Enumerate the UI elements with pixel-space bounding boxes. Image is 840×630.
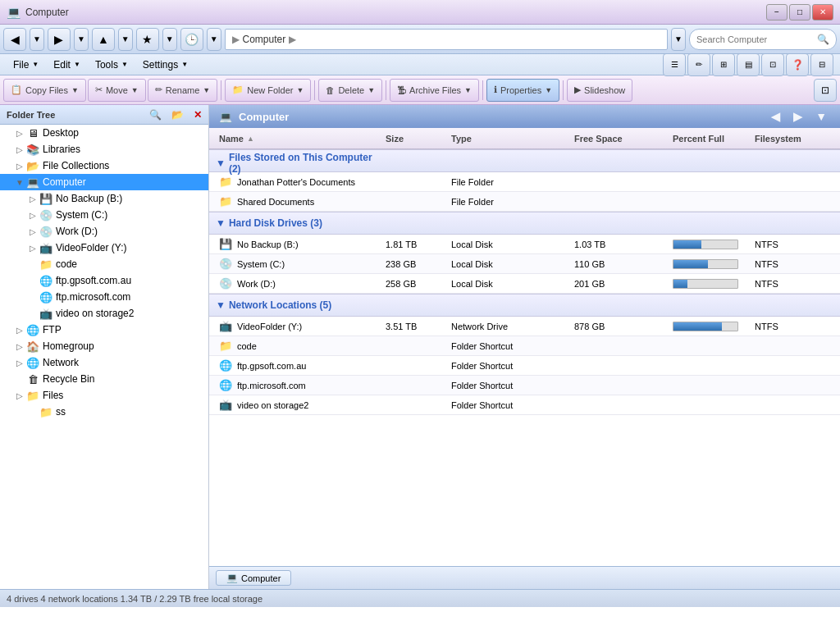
slideshow-button[interactable]: ▶ Slideshow	[567, 79, 632, 102]
move-button[interactable]: ✂ Move ▼	[88, 79, 146, 102]
delete-arrow[interactable]: ▼	[368, 86, 375, 94]
tree-item-system-c[interactable]: ▷ 💿 System (C:)	[0, 207, 208, 223]
back-dropdown[interactable]: ▼	[30, 28, 44, 51]
favorites-button[interactable]: ★	[136, 28, 159, 51]
tree-toggle-no-backup[interactable]: ▷	[26, 194, 39, 203]
search-bar[interactable]: 🔍	[689, 29, 837, 50]
tree-toggle-libraries[interactable]: ▷	[13, 145, 26, 154]
col-filesystem[interactable]: Filesystem	[751, 134, 833, 144]
col-type[interactable]: Type	[448, 134, 571, 144]
move-arrow[interactable]: ▼	[131, 86, 139, 94]
tree-item-video-storage2[interactable]: ▷ 📺 video on storage2	[0, 305, 208, 322]
tree-toggle-files[interactable]: ▷	[13, 391, 26, 400]
col-percent-full[interactable]: Percent Full	[669, 134, 751, 144]
view-details-button[interactable]: ☰	[663, 53, 686, 76]
row-shared-documents[interactable]: 📁 Shared Documents File Folder	[209, 192, 840, 212]
row-jonathan-documents[interactable]: 📁 Jonathan Potter's Documents File Folde…	[209, 172, 840, 192]
tree-item-ftp-microsoft[interactable]: ▷ 🌐 ftp.microsoft.com	[0, 289, 208, 305]
tree-item-no-backup[interactable]: ▷ 💾 No Backup (B:)	[0, 190, 208, 207]
tree-search-icon[interactable]: 🔍	[149, 109, 162, 121]
tree-item-file-collections[interactable]: ▷ 📂 File Collections	[0, 158, 208, 174]
tree-item-computer[interactable]: ▼ 💻 Computer	[0, 174, 208, 190]
close-button[interactable]: ✕	[812, 4, 833, 21]
tree-nav-icon[interactable]: 📂	[171, 109, 184, 121]
tree-item-ss[interactable]: ▷ 📁 ss	[0, 404, 208, 420]
tree-toggle-computer[interactable]: ▼	[13, 178, 26, 187]
tree-item-desktop[interactable]: ▷ 🖥 Desktop	[0, 125, 208, 141]
bottom-tab-computer[interactable]: 💻 Computer	[216, 570, 291, 586]
tree-item-ftp[interactable]: ▷ 🌐 FTP	[0, 322, 208, 338]
row-code[interactable]: 📁 code Folder Shortcut	[209, 336, 840, 356]
tree-item-homegroup[interactable]: ▷ 🏠 Homegroup	[0, 338, 208, 354]
tree-item-ftp-gpsoft[interactable]: ▷ 🌐 ftp.gpsoft.com.au	[0, 272, 208, 289]
tree-item-videofolder-y[interactable]: ▷ 📺 VideoFolder (Y:)	[0, 240, 208, 256]
toolbar-extra[interactable]: ⊡	[814, 79, 837, 102]
view-edit-button[interactable]: ✏	[687, 53, 710, 76]
properties-arrow[interactable]: ▼	[545, 86, 552, 94]
tree-item-code[interactable]: ▷ 📁 code	[0, 256, 208, 272]
forward-dropdown[interactable]: ▼	[74, 28, 89, 51]
row-no-backup[interactable]: 💾 No Backup (B:) 1.81 TB Local Disk 1.03…	[209, 235, 840, 254]
tree-toggle-network[interactable]: ▷	[13, 358, 26, 368]
help-button[interactable]: ❓	[786, 53, 809, 76]
search-input[interactable]	[696, 34, 817, 44]
menu-settings[interactable]: Settings ▼	[136, 57, 194, 72]
col-size[interactable]: Size	[382, 134, 448, 144]
menu-file[interactable]: File ▼	[7, 57, 45, 72]
content-nav-dropdown[interactable]: ▼	[812, 110, 830, 123]
delete-button[interactable]: 🗑 Delete ▼	[318, 79, 382, 102]
minimize-button[interactable]: −	[766, 4, 788, 21]
tree-toggle-videofolder-y[interactable]: ▷	[26, 244, 39, 253]
row-ftp-gpsoft[interactable]: 🌐 ftp.gpsoft.com.au Folder Shortcut	[209, 356, 840, 376]
row-work-d[interactable]: 💿 Work (D:) 258 GB Local Disk 201 GB NTF…	[209, 274, 840, 294]
up-button[interactable]: ▲	[92, 28, 115, 51]
section-hard-disk[interactable]: ▼ Hard Disk Drives (3)	[209, 212, 840, 235]
tree-item-recycle-bin[interactable]: ▷ 🗑 Recycle Bin	[0, 371, 208, 387]
copy-files-button[interactable]: 📋 Copy Files ▼	[3, 79, 86, 102]
new-folder-arrow[interactable]: ▼	[296, 86, 304, 94]
extra-button[interactable]: ⊟	[810, 53, 833, 76]
tree-toggle-work-d[interactable]: ▷	[26, 227, 39, 236]
section-network-locations[interactable]: ▼ Network Locations (5)	[209, 294, 840, 317]
tree-close-icon[interactable]: ✕	[194, 109, 202, 121]
up-dropdown[interactable]: ▼	[118, 28, 133, 51]
view-list-button[interactable]: ▤	[737, 53, 760, 76]
row-system-c[interactable]: 💿 System (C:) 238 GB Local Disk 110 GB N…	[209, 254, 840, 274]
tree-toggle-desktop[interactable]: ▷	[13, 129, 26, 138]
archive-arrow[interactable]: ▼	[464, 86, 472, 94]
view-icons-button[interactable]: ⊞	[712, 53, 735, 76]
row-ftp-microsoft[interactable]: 🌐 ftp.microsoft.com Folder Shortcut	[209, 376, 840, 395]
tree-item-libraries[interactable]: ▷ 📚 Libraries	[0, 141, 208, 158]
section-files-stored[interactable]: ▼ Files Stored on This Computer (2)	[209, 149, 840, 172]
tree-toggle-system-c[interactable]: ▷	[26, 211, 39, 220]
rename-button[interactable]: ✏ Rename ▼	[148, 79, 218, 102]
archive-button[interactable]: 🗜 Archive Files ▼	[390, 79, 479, 102]
copy-files-arrow[interactable]: ▼	[71, 86, 79, 94]
tree-toggle-ftp[interactable]: ▷	[13, 326, 26, 335]
tree-item-work-d[interactable]: ▷ 💿 Work (D:)	[0, 223, 208, 240]
tree-item-network[interactable]: ▷ 🌐 Network	[0, 354, 208, 371]
content-nav-back[interactable]: ◀	[768, 110, 783, 123]
rename-arrow[interactable]: ▼	[203, 86, 210, 94]
forward-button[interactable]: ▶	[48, 28, 71, 51]
menu-edit[interactable]: Edit ▼	[47, 57, 87, 72]
maximize-button[interactable]: □	[789, 4, 810, 21]
search-icon[interactable]: 🔍	[817, 34, 829, 45]
menu-tools[interactable]: Tools ▼	[89, 57, 135, 72]
new-folder-button[interactable]: 📁 New Folder ▼	[225, 79, 311, 102]
back-button[interactable]: ◀	[3, 28, 26, 51]
history-button[interactable]: 🕒	[180, 28, 203, 51]
row-videofolder-y[interactable]: 📺 VideoFolder (Y:) 3.51 TB Network Drive…	[209, 317, 840, 336]
col-free-space[interactable]: Free Space	[571, 134, 669, 144]
content-nav-forward[interactable]: ▶	[790, 110, 806, 123]
address-bar[interactable]: ▶ Computer ▶	[225, 29, 669, 50]
view-thumbs-button[interactable]: ⊡	[761, 53, 784, 76]
row-video-storage2[interactable]: 📺 video on storage2 Folder Shortcut	[209, 395, 840, 415]
properties-button[interactable]: ℹ Properties ▼	[486, 79, 559, 102]
history-dropdown[interactable]: ▼	[207, 28, 221, 51]
favorites-dropdown[interactable]: ▼	[162, 28, 177, 51]
tree-item-files[interactable]: ▷ 📁 Files	[0, 387, 208, 404]
tree-toggle-file-collections[interactable]: ▷	[13, 162, 26, 171]
address-dropdown[interactable]: ▼	[671, 28, 686, 51]
col-name[interactable]: Name ▲	[216, 134, 382, 144]
